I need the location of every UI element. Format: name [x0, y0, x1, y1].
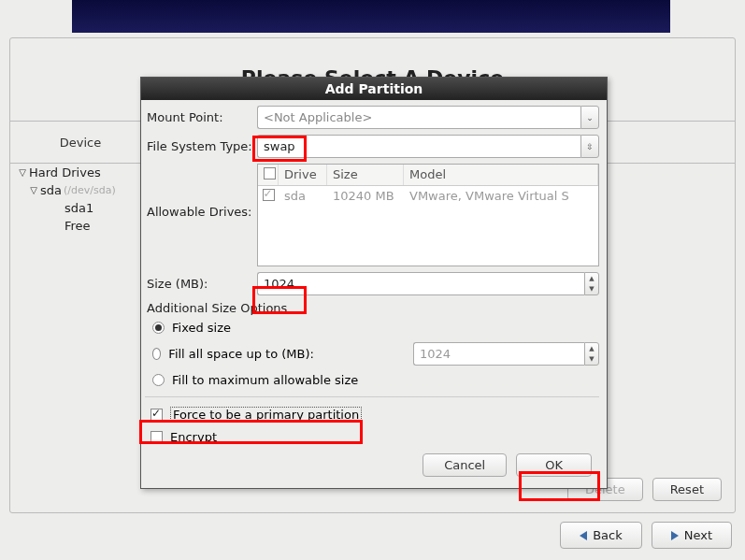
drive-name: sda: [279, 189, 327, 204]
select-all-checkbox[interactable]: [264, 167, 276, 179]
force-primary-checkbox[interactable]: [150, 409, 163, 421]
radio-fill-up-to[interactable]: Fill all space up to (MB): ▲▼: [145, 338, 599, 369]
drives-header: Drive Size Model: [258, 165, 598, 186]
drives-header-checkbox-col[interactable]: [258, 165, 279, 185]
drive-size: 10240 MB: [327, 189, 404, 204]
allowable-drives-row: Allowable Drives: Drive Size Model sda 1…: [145, 164, 599, 266]
drive-row-sda[interactable]: sda 10240 MB VMware, VMware Virtual S: [258, 186, 598, 207]
radio-upto-label: Fill all space up to (MB):: [168, 347, 329, 361]
radio-max-icon[interactable]: [152, 374, 165, 386]
arrow-right-icon: [671, 531, 679, 540]
size-spinner[interactable]: ▲▼: [257, 272, 599, 295]
fs-type-combo[interactable]: swap ⇳: [257, 135, 599, 158]
radio-upto-icon[interactable]: [152, 348, 161, 360]
disclosure-triangle-icon[interactable]: ▽: [27, 185, 40, 195]
tree-label: Hard Drives: [29, 165, 101, 179]
spin-up-icon[interactable]: ▲: [585, 273, 598, 284]
drives-header-drive[interactable]: Drive: [279, 165, 327, 185]
size-input[interactable]: [257, 272, 584, 295]
radio-fill-max[interactable]: Fill to maximum allowable size: [145, 369, 599, 391]
fill-upto-spinner: ▲▼: [413, 342, 599, 366]
device-column-label: Device: [10, 136, 150, 150]
cancel-button[interactable]: Cancel: [423, 453, 507, 477]
radio-fixed-label: Fixed size: [172, 321, 231, 335]
device-path: (/dev/sda): [64, 184, 116, 196]
next-label: Next: [684, 528, 712, 542]
spin-down-icon: ▼: [585, 354, 598, 366]
radio-fixed-icon[interactable]: [152, 322, 165, 334]
allowable-drives-list[interactable]: Drive Size Model sda 10240 MB VMware, VM…: [257, 164, 599, 266]
drives-header-size[interactable]: Size: [327, 165, 404, 185]
disclosure-triangle-icon[interactable]: ▽: [16, 167, 29, 178]
mount-point-combo[interactable]: <Not Applicable> ⌄: [257, 106, 599, 129]
wizard-nav-bar: Back Next: [560, 522, 732, 549]
size-spin-buttons[interactable]: ▲▼: [584, 272, 599, 295]
force-primary-row[interactable]: Force to be a primary partition: [145, 403, 599, 426]
tree-label: sda: [40, 183, 62, 197]
force-primary-label: Force to be a primary partition: [170, 407, 362, 423]
size-row: Size (MB): ▲▼: [145, 272, 599, 295]
arrow-left-icon: [580, 531, 587, 540]
fs-type-label: File System Type:: [145, 139, 257, 153]
chevron-updown-icon: ⇳: [586, 142, 594, 151]
mount-point-label: Mount Point:: [145, 110, 257, 124]
mount-point-value[interactable]: <Not Applicable>: [257, 106, 580, 129]
encrypt-checkbox[interactable]: [150, 431, 163, 443]
back-label: Back: [593, 528, 623, 542]
dialog-button-bar: Cancel OK: [145, 448, 599, 479]
mount-point-dropdown-button[interactable]: ⌄: [580, 106, 599, 129]
tree-label: sda1: [64, 201, 93, 215]
dialog-title: Add Partition: [141, 78, 607, 100]
radio-max-label: Fill to maximum allowable size: [172, 373, 358, 387]
chevron-down-icon: ⌄: [586, 113, 594, 122]
encrypt-label: Encrypt: [170, 430, 217, 444]
allowable-drives-label: Allowable Drives:: [145, 164, 257, 219]
radio-fixed-size[interactable]: Fixed size: [145, 317, 599, 338]
next-button[interactable]: Next: [652, 522, 732, 549]
drive-checkbox[interactable]: [263, 189, 275, 201]
encrypt-row[interactable]: Encrypt: [145, 426, 599, 448]
fs-type-row: File System Type: swap ⇳: [145, 135, 599, 158]
fill-upto-spin-buttons: ▲▼: [584, 342, 599, 366]
fs-type-value[interactable]: swap: [257, 135, 580, 158]
fs-type-dropdown-button[interactable]: ⇳: [580, 135, 599, 158]
drives-header-model[interactable]: Model: [404, 165, 598, 185]
spin-down-icon[interactable]: ▼: [585, 284, 598, 295]
add-partition-dialog: Add Partition Mount Point: <Not Applicab…: [140, 77, 608, 489]
mount-point-row: Mount Point: <Not Applicable> ⌄: [145, 106, 599, 129]
back-button[interactable]: Back: [560, 522, 642, 549]
drive-model: VMware, VMware Virtual S: [404, 189, 598, 204]
additional-size-label: Additional Size Options: [145, 301, 599, 315]
tree-label: Free: [64, 219, 91, 233]
spin-up-icon: ▲: [585, 343, 598, 354]
size-label: Size (MB):: [145, 277, 257, 291]
ok-button[interactable]: OK: [516, 453, 592, 477]
reset-button[interactable]: Reset: [652, 478, 722, 501]
fill-upto-input: [413, 342, 584, 366]
dialog-body: Mount Point: <Not Applicable> ⌄ File Sys…: [141, 100, 607, 488]
installer-banner: [72, 0, 670, 33]
